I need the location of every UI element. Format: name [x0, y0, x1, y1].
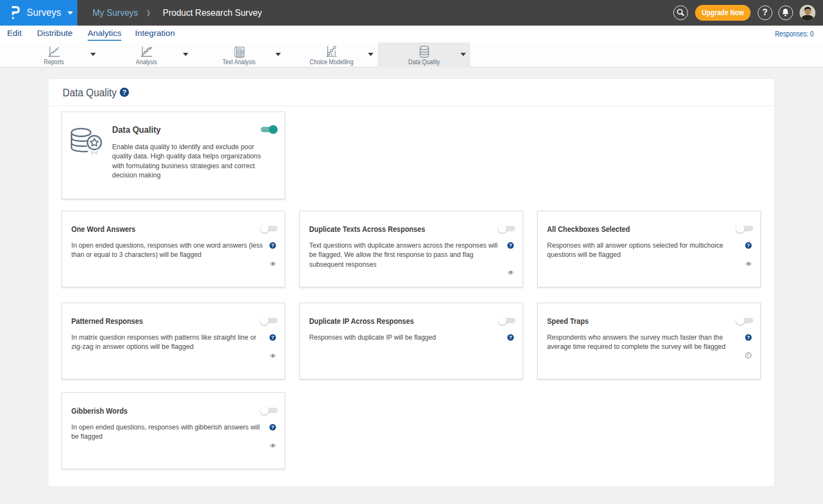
svg-text:?: ?: [122, 89, 127, 96]
